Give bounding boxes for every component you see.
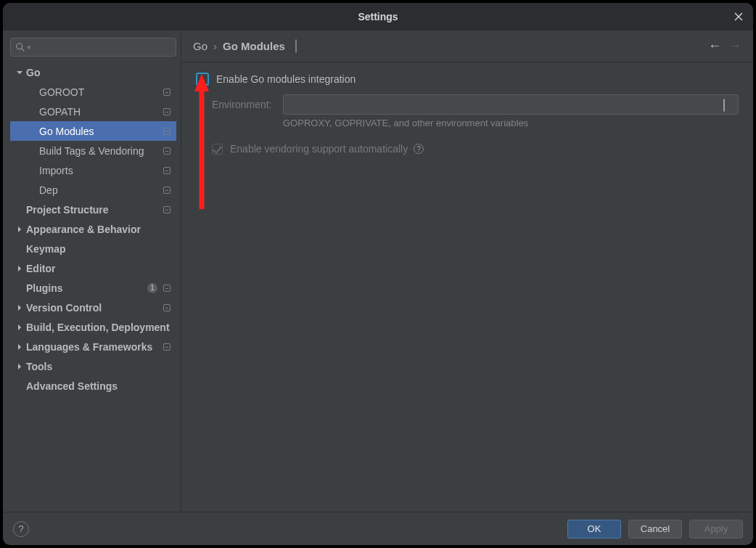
settings-window: Settings ▾ GoGOROOTGOPATHGo ModulesBuild… <box>3 3 753 545</box>
tree-item-appearance-behavior[interactable]: Appearance & Behavior <box>10 219 176 239</box>
tree-item-label: Appearance & Behavior <box>26 224 172 235</box>
scope-icon <box>162 342 172 352</box>
chevron-icon <box>13 343 26 351</box>
tree-item-label: Dep <box>39 184 162 196</box>
chevron-icon <box>13 363 26 370</box>
update-badge: 1 <box>147 283 157 293</box>
search-icon <box>15 42 25 52</box>
close-button[interactable] <box>731 9 746 24</box>
scope-icon <box>162 107 172 117</box>
tree-item-label: Build, Execution, Deployment <box>26 322 172 333</box>
titlebar: Settings <box>3 3 753 30</box>
tree-item-label: Languages & Frameworks <box>26 341 162 353</box>
tree-item-label: Plugins <box>26 282 147 294</box>
help-button[interactable]: ? <box>13 521 29 537</box>
enable-modules-checkbox[interactable] <box>196 73 209 86</box>
tree-item-languages-frameworks[interactable]: Languages & Frameworks <box>10 337 176 356</box>
tree-item-go[interactable]: Go <box>10 62 176 82</box>
scope-icon <box>162 303 172 313</box>
scope-icon <box>162 165 172 176</box>
scope-icon <box>162 146 172 156</box>
tree-item-advanced-settings[interactable]: Advanced Settings <box>10 376 176 396</box>
cancel-button[interactable]: Cancel <box>628 520 682 539</box>
tree-item-project-structure[interactable]: Project Structure <box>10 200 176 219</box>
help-icon[interactable]: ? <box>414 144 424 154</box>
tree-item-label: Keymap <box>26 243 172 255</box>
chevron-icon <box>13 324 26 331</box>
tree-item-label: Imports <box>39 165 162 176</box>
vendoring-label: Enable vendoring support automatically <box>230 143 408 155</box>
vendoring-row: Enable vendoring support automatically ? <box>196 143 739 155</box>
settings-tree: GoGOROOTGOPATHGo ModulesBuild Tags & Ven… <box>10 62 176 512</box>
search-input[interactable]: ▾ <box>10 38 176 57</box>
sidebar: ▾ GoGOROOTGOPATHGo ModulesBuild Tags & V… <box>3 30 181 512</box>
tree-item-label: Advanced Settings <box>26 380 172 392</box>
tree-item-dep[interactable]: Dep <box>10 180 176 200</box>
ok-button[interactable]: OK <box>567 520 621 539</box>
content-panel: Go › Go Modules ← → Enable Go modules in… <box>181 30 753 512</box>
forward-button: → <box>728 38 741 54</box>
scope-icon <box>162 283 172 293</box>
enable-modules-label: Enable Go modules integration <box>216 73 356 85</box>
tree-item-goroot[interactable]: GOROOT <box>10 82 176 102</box>
breadcrumb-current: Go Modules <box>223 40 285 52</box>
chevron-icon <box>13 69 26 76</box>
tree-item-build-execution-deployment[interactable]: Build, Execution, Deployment <box>10 317 176 337</box>
footer: ? OK Cancel Apply <box>3 512 753 545</box>
tree-item-label: Build Tags & Vendoring <box>39 145 162 157</box>
tree-item-imports[interactable]: Imports <box>10 160 176 180</box>
vendoring-checkbox <box>212 144 223 155</box>
svg-line-3 <box>22 49 25 52</box>
environment-row: Environment: <box>196 94 739 115</box>
tree-item-go-modules[interactable]: Go Modules <box>10 121 176 141</box>
tree-item-tools[interactable]: Tools <box>10 356 176 376</box>
tree-item-version-control[interactable]: Version Control <box>10 298 176 317</box>
scope-icon <box>162 87 172 97</box>
tree-item-label: GOPATH <box>39 106 162 118</box>
tree-item-label: Editor <box>26 263 172 274</box>
chevron-icon <box>13 265 26 272</box>
enable-modules-row: Enable Go modules integration <box>196 73 739 86</box>
scope-icon <box>295 40 297 52</box>
expand-options-icon[interactable] <box>723 99 734 110</box>
tree-item-gopath[interactable]: GOPATH <box>10 102 176 121</box>
breadcrumb-root[interactable]: Go <box>193 40 208 52</box>
tree-item-keymap[interactable]: Keymap <box>10 239 176 258</box>
environment-label: Environment: <box>212 99 283 110</box>
tree-item-editor[interactable]: Editor <box>10 258 176 278</box>
search-shortcut-icon: ▾ <box>27 43 31 52</box>
apply-button[interactable]: Apply <box>689 520 743 539</box>
tree-item-label: Project Structure <box>26 204 162 216</box>
breadcrumb-separator-icon: › <box>213 40 217 52</box>
svg-point-2 <box>17 44 22 49</box>
scope-icon <box>162 185 172 195</box>
tree-item-plugins[interactable]: Plugins1 <box>10 278 176 298</box>
tree-item-label: Tools <box>26 361 172 372</box>
tree-item-build-tags-vendoring[interactable]: Build Tags & Vendoring <box>10 141 176 160</box>
scope-icon <box>162 126 172 136</box>
window-title: Settings <box>358 11 398 23</box>
tree-item-label: Go <box>26 67 172 78</box>
environment-input[interactable] <box>283 94 739 115</box>
content-header: Go › Go Modules ← → <box>181 30 753 62</box>
tree-item-label: GOROOT <box>39 86 162 98</box>
back-button[interactable]: ← <box>708 38 721 54</box>
tree-item-label: Version Control <box>26 302 162 314</box>
chevron-icon <box>13 226 26 233</box>
chevron-icon <box>13 304 26 311</box>
scope-icon <box>162 205 172 215</box>
nav-arrows: ← → <box>708 38 741 54</box>
environment-hint: GOPROXY, GOPRIVATE, and other environmen… <box>196 118 739 128</box>
tree-item-label: Go Modules <box>39 126 162 137</box>
breadcrumb: Go › Go Modules <box>193 40 708 52</box>
